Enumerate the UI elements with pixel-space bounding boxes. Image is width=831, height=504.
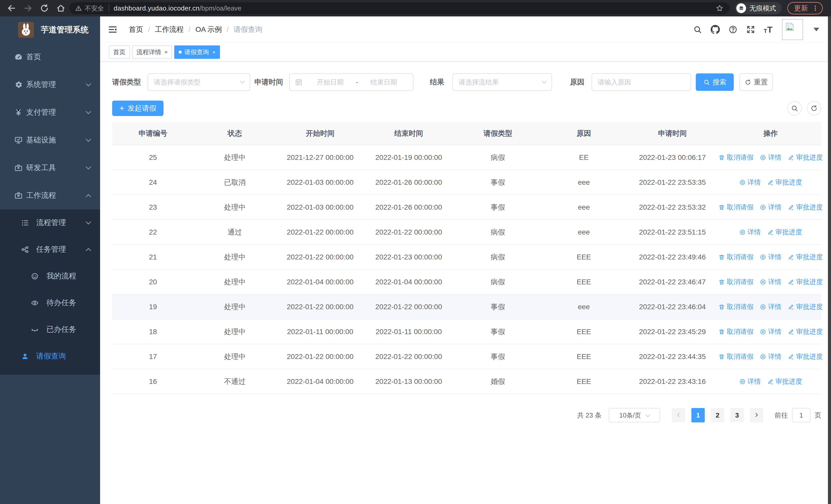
bookmark-star-icon[interactable] <box>715 4 724 12</box>
sidebar-item-done-tasks[interactable]: 已办任务 <box>0 316 100 343</box>
apply-time-range-picker[interactable]: 开始日期 - 结束日期 <box>289 73 413 91</box>
sidebar-item-system[interactable]: 系统管理 <box>0 71 100 98</box>
table-cell: eee <box>543 303 625 311</box>
refresh-table-button[interactable] <box>807 101 821 116</box>
close-icon[interactable]: × <box>165 49 168 55</box>
tab-home[interactable]: 首页 <box>109 46 130 59</box>
approval-progress-link[interactable]: 审批进度 <box>787 352 823 361</box>
approval-progress-link[interactable]: 审批进度 <box>767 228 802 237</box>
page-scrollbar[interactable] <box>828 17 831 504</box>
cancel-leave-link[interactable]: 取消请假 <box>718 277 753 287</box>
reason-input[interactable] <box>592 73 691 91</box>
table-cell: 22 <box>112 228 194 236</box>
sidebar-item-todo-tasks[interactable]: 待办任务 <box>0 290 100 316</box>
help-icon[interactable] <box>728 25 738 34</box>
sidebar-item-task-mgmt[interactable]: 任务管理 <box>0 236 100 263</box>
table-cell: 2022-01-03 00:00:00 <box>276 178 365 186</box>
next-page-button[interactable]: › <box>750 408 763 422</box>
detail-link[interactable]: 详情 <box>760 352 781 361</box>
reload-icon[interactable] <box>39 3 49 13</box>
detail-link[interactable]: 详情 <box>760 153 781 162</box>
logo[interactable]: 芋道管理系统 <box>0 17 100 43</box>
breadcrumb-item[interactable]: 工作流程 <box>155 25 184 34</box>
close-icon[interactable]: × <box>212 49 215 55</box>
cancel-leave-link[interactable]: 取消请假 <box>718 153 753 162</box>
sidebar-item-leave-query[interactable]: 请假查询 <box>0 343 100 369</box>
home-icon[interactable] <box>56 3 66 13</box>
approval-progress-link[interactable]: 审批进度 <box>787 253 823 262</box>
show-search-button[interactable] <box>787 101 802 116</box>
forward-icon[interactable] <box>23 3 33 13</box>
column-header: 开始时间 <box>276 128 365 138</box>
detail-link[interactable]: 详情 <box>760 302 781 311</box>
table-cell: 21 <box>112 253 194 261</box>
approval-progress-link[interactable]: 审批进度 <box>767 178 802 187</box>
detail-link[interactable]: 详情 <box>760 253 781 262</box>
pen-icon <box>787 204 794 211</box>
avatar[interactable] <box>782 19 803 40</box>
approval-progress-link[interactable]: 审批进度 <box>787 153 823 162</box>
prev-page-button[interactable]: ‹ <box>672 408 685 422</box>
back-icon[interactable] <box>7 3 17 13</box>
sidebar-item-infrastructure[interactable]: 基础设施 <box>0 126 100 154</box>
breadcrumb-item[interactable]: 首页 <box>129 25 143 34</box>
sidebar-item-payment[interactable]: 支付管理 <box>0 98 100 126</box>
sidebar-item-my-process[interactable]: 我的流程 <box>0 263 100 290</box>
page-size-select[interactable]: 10条/页 <box>609 408 660 422</box>
sidebar-item-dev-tools[interactable]: 研发工具 <box>0 154 100 182</box>
sidebar-item-process-mgmt[interactable]: 流程管理 <box>0 209 100 236</box>
detail-link[interactable]: 详情 <box>739 377 761 386</box>
tab-process-detail[interactable]: 流程详情× <box>132 46 172 59</box>
approval-progress-link[interactable]: 审批进度 <box>767 377 802 386</box>
breadcrumb-item[interactable]: OA 示例 <box>196 25 222 34</box>
page-button-1[interactable]: 1 <box>691 408 705 422</box>
table-cell: eee <box>543 178 625 186</box>
approval-progress-link[interactable]: 审批进度 <box>787 302 823 311</box>
hamburger-icon[interactable] <box>107 25 118 34</box>
detail-link[interactable]: 详情 <box>760 277 781 287</box>
create-leave-button[interactable]: + 发起请假 <box>112 100 164 116</box>
reset-button[interactable]: 重置 <box>739 73 773 91</box>
page-button-2[interactable]: 2 <box>711 408 724 422</box>
address-bar[interactable]: 不安全 dashboard.yudao.iocoder.cn /bpm/oa/l… <box>69 2 729 14</box>
github-icon[interactable] <box>711 25 720 34</box>
browser-update-button[interactable]: 更新 <box>787 2 823 14</box>
cancel-leave-link[interactable]: 取消请假 <box>718 203 753 212</box>
chevron-down-icon <box>86 219 91 224</box>
detail-link[interactable]: 详情 <box>760 327 781 336</box>
approval-progress-link[interactable]: 审批进度 <box>787 203 823 212</box>
browser-menu-icon[interactable] <box>812 5 819 11</box>
security-label[interactable]: 不安全 <box>85 4 104 12</box>
tab-leave-query[interactable]: 请假查询× <box>174 46 220 59</box>
goto-page-input[interactable] <box>792 408 810 422</box>
result-select[interactable]: 请选择流结果 <box>453 73 552 91</box>
sidebar-item-workflow[interactable]: 工作流程 <box>0 182 100 209</box>
approval-progress-link[interactable]: 审批进度 <box>787 327 823 336</box>
table-cell: 处理中 <box>194 153 276 162</box>
caret-down-icon[interactable] <box>813 28 819 31</box>
cancel-leave-link[interactable]: 取消请假 <box>718 352 753 361</box>
font-size-icon[interactable]: TT <box>764 25 773 34</box>
reason-label: 原因 <box>570 77 584 87</box>
leave-type-select[interactable]: 请选择请假类型 <box>148 73 250 91</box>
cancel-leave-link[interactable]: 取消请假 <box>718 327 753 336</box>
cancel-leave-link[interactable]: 取消请假 <box>718 302 753 311</box>
search-icon[interactable] <box>693 25 702 34</box>
row-actions: 取消请假详情审批进度 <box>720 253 821 262</box>
cancel-leave-link[interactable]: 取消请假 <box>718 253 753 262</box>
search-button[interactable]: 搜索 <box>696 73 734 91</box>
fullscreen-icon[interactable] <box>746 25 755 34</box>
start-date-placeholder[interactable]: 开始日期 <box>306 78 354 87</box>
detail-link[interactable]: 详情 <box>739 178 761 187</box>
table-cell: 2022-01-22 23:46:47 <box>625 278 720 286</box>
page-button-3[interactable]: 3 <box>730 408 744 422</box>
sidebar-item-home[interactable]: 首页 <box>0 43 100 71</box>
approval-progress-link[interactable]: 审批进度 <box>787 277 823 287</box>
sidebar-item-label: 我的流程 <box>47 271 76 281</box>
detail-link[interactable]: 详情 <box>739 228 761 237</box>
table-cell: 处理中 <box>194 203 276 212</box>
end-date-placeholder[interactable]: 结束日期 <box>360 78 408 87</box>
detail-link[interactable]: 详情 <box>760 203 781 212</box>
table-header: 申请编号状态开始时间结束时间请假类型原因申请时间操作 <box>112 122 821 145</box>
pen-icon <box>787 353 794 360</box>
